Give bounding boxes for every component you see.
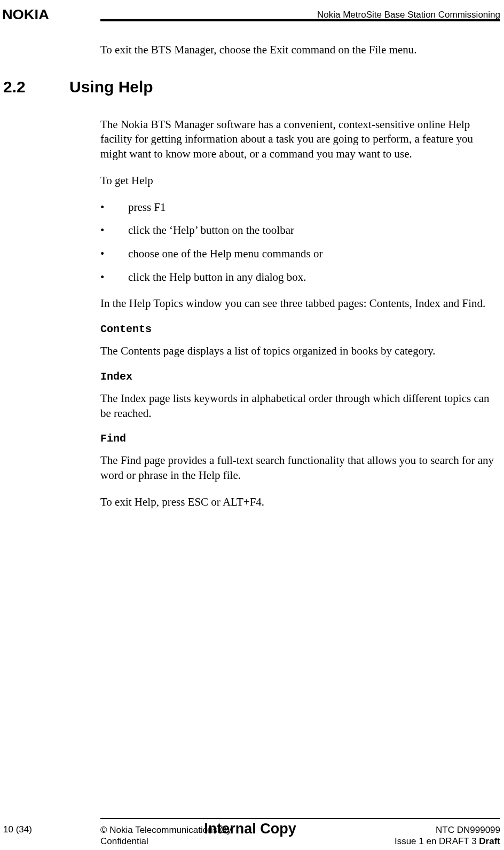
list-item: choose one of the Help menu commands or <box>100 247 500 262</box>
section-paragraph: The Find page provides a full-text searc… <box>100 453 500 483</box>
sub-heading: Contents <box>100 323 500 335</box>
doc-title: Nokia MetroSite Base Station Commissioni… <box>317 10 500 20</box>
footer-right-block: NTC DN999099 Issue 1 en DRAFT 3 Draft <box>395 824 500 847</box>
section-paragraph: To get Help <box>100 174 500 188</box>
list-item: press F1 <box>100 200 500 215</box>
section-paragraph: The Contents page displays a list of top… <box>100 344 500 359</box>
nokia-logo: NOKIA <box>3 6 48 23</box>
copyright-text: © Nokia Telecommunications Oy <box>100 824 232 836</box>
sub-heading: Find <box>100 432 500 445</box>
section-number: 2.2 <box>0 78 69 96</box>
confidential-text: Confidential <box>100 836 232 847</box>
page-number: 10 (34) <box>3 824 32 835</box>
issue-line: Issue 1 en DRAFT 3 Draft <box>395 836 500 847</box>
footer-rule <box>100 818 500 819</box>
footer-left-block: © Nokia Telecommunications Oy Confidenti… <box>100 824 232 847</box>
doc-code: NTC DN999099 <box>395 824 500 836</box>
section-paragraph: The Nokia BTS Manager software has a con… <box>100 117 500 162</box>
page-footer: 10 (34) © Nokia Telecommunications Oy Co… <box>0 822 500 846</box>
header-rule <box>100 19 500 21</box>
section-paragraph: The Index page lists keywords in alphabe… <box>100 391 500 421</box>
intro-paragraph: To exit the BTS Manager, choose the Exit… <box>100 43 500 58</box>
nokia-logo-text: NOKIA <box>2 6 49 23</box>
bullet-list: press F1 click the ‘Help’ button on the … <box>100 200 500 285</box>
list-item: click the Help button in any dialog box. <box>100 270 500 285</box>
section-paragraph: To exit Help, press ESC or ALT+F4. <box>100 495 500 510</box>
content-area: To exit the BTS Manager, choose the Exit… <box>100 43 500 522</box>
page-header: NOKIA Nokia MetroSite Base Station Commi… <box>0 5 504 25</box>
section-heading: 2.2 Using Help <box>0 78 500 96</box>
list-item: click the ‘Help’ button on the toolbar <box>100 223 500 238</box>
section-paragraph: In the Help Topics window you can see th… <box>100 296 500 311</box>
issue-prefix: Issue 1 en DRAFT 3 <box>395 836 479 846</box>
issue-bold: Draft <box>479 836 500 846</box>
section-title: Using Help <box>69 78 153 96</box>
sub-heading: Index <box>100 371 500 383</box>
page: NOKIA Nokia MetroSite Base Station Commi… <box>0 0 504 850</box>
